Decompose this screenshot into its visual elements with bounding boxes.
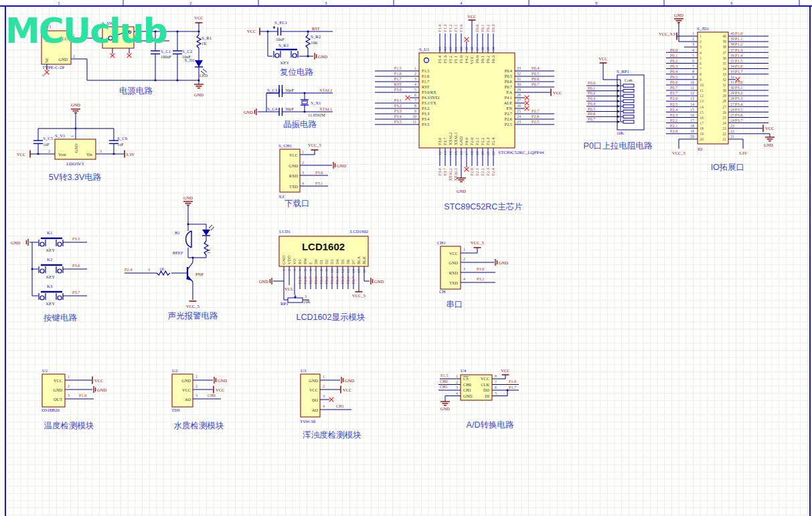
pin-name: GND [289, 163, 298, 168]
pin-name: RXD [289, 173, 299, 178]
pin-number: 39 [730, 37, 734, 41]
designator: S_JD1 [697, 26, 709, 31]
rp-resistor [623, 110, 634, 112]
designator: K2 [47, 257, 53, 262]
pin-number: 31 [517, 77, 521, 81]
junction [177, 31, 179, 33]
rp-resistor [623, 94, 634, 97]
net-label: P1.6 [394, 71, 402, 76]
pnp [187, 262, 193, 270]
pin-number: 36 [730, 54, 734, 58]
power-net-label: VCC [194, 15, 203, 20]
net-label: P2.6 [670, 96, 677, 100]
pin-number: 1 [323, 375, 325, 379]
pin-number: 25 [722, 116, 726, 120]
pin-name: GND [53, 388, 62, 392]
pin-number: 3 [68, 394, 70, 398]
rp1-pot-body[interactable] [288, 298, 303, 303]
net-label: P0.5 [340, 276, 345, 284]
pin-name: D1 [319, 260, 323, 264]
designator: RP1 [280, 301, 289, 306]
power-net-label: VCC [553, 90, 562, 95]
net-label: P1.4 [437, 24, 442, 32]
pin-number: 15 [700, 110, 704, 114]
pin-number: 6 [495, 385, 497, 390]
pin-number: 38 [722, 45, 726, 49]
value: 1K [159, 266, 165, 271]
block-title: 复位电路 [280, 68, 314, 77]
pin-number: 30 [722, 88, 726, 92]
power-net-label: VCC_5 [308, 143, 321, 147]
pin-name: E [309, 262, 313, 264]
value: BEEP [173, 250, 183, 255]
pin-name: GND [463, 394, 473, 398]
net-label: P2.7 [308, 276, 313, 284]
pin-number: 13 [700, 99, 704, 103]
power-net-label: 3.3V [739, 151, 748, 155]
net-label: P2.6 [303, 276, 307, 284]
pin-number: 30 [517, 82, 521, 86]
net-label: P3.2 [394, 103, 402, 108]
pin-name: Com [625, 78, 633, 82]
pin-number: 33 [517, 66, 521, 70]
schematic-canvas[interactable]: 123456S_T1TYPE-C-2PNCNCVCCGND00122S_SW13… [0, 0, 812, 516]
pin-number: 24 [722, 121, 726, 125]
pin-number: 2 [692, 37, 694, 41]
net-label: P3.5 [72, 236, 80, 241]
net-label: P1.7 [394, 76, 402, 81]
net-label: P2.5 [297, 276, 302, 284]
part-name: XZ [278, 194, 285, 199]
power-net-label: VCC [343, 388, 351, 392]
pin-name: D4 [335, 260, 339, 264]
part-name: LDO3V3 [66, 161, 84, 166]
pin-number: 2 [68, 384, 70, 388]
pin-number: 4 [323, 404, 325, 408]
pin-name: D2 [325, 260, 329, 264]
buzzer [186, 231, 191, 248]
pin-name: NC [44, 57, 49, 63]
pin-name: AO [185, 397, 191, 402]
junction [198, 31, 200, 33]
net-label: XTAL2 [448, 168, 453, 181]
pin-name: GND [309, 378, 318, 383]
block-title: A/D转换电路 [467, 420, 514, 430]
designator: S_C2 [182, 49, 193, 54]
pin-number: 4 [700, 51, 702, 55]
pin-number: 34 [730, 64, 734, 68]
net-label: P0.1 [588, 86, 595, 90]
net-label: P3.6 [437, 168, 442, 175]
designator: S_EC1 [274, 20, 287, 25]
net-label: P0.6 [588, 111, 595, 116]
designator: S_R2 [311, 34, 321, 39]
net-label: P3.0 [735, 80, 742, 84]
key-contact [58, 242, 62, 246]
pin-number: 9 [700, 78, 702, 82]
junction [113, 153, 115, 155]
pin-number: 3 [195, 394, 197, 398]
pin-number: 10 [700, 83, 704, 87]
power-net-label: VCC_5 [186, 304, 199, 309]
net-label: P3.5 [394, 119, 402, 124]
led-arrow [211, 227, 214, 230]
value: 10uF [276, 37, 285, 41]
key-contact [58, 269, 62, 273]
value: 100uF [161, 54, 172, 59]
power-net-label: GND [97, 388, 106, 392]
pin-number: 26 [730, 108, 734, 112]
pin-number: 2 [456, 380, 458, 384]
pin-number: 22 [730, 129, 734, 133]
net-label: P0.4 [670, 69, 678, 74]
net-label: P3.6 [735, 112, 742, 117]
pin-name: P2.3 [485, 138, 490, 145]
pin-name: EA [507, 90, 513, 94]
pin-name: P4.0 [464, 138, 469, 145]
net-label: P3.3 [394, 108, 402, 113]
pin-number: 13 [690, 96, 694, 100]
designator: S_X1 [311, 100, 321, 105]
led-diode [202, 230, 210, 236]
pin-number: 6 [692, 59, 694, 63]
power-net-label: GND [374, 279, 384, 284]
pin-name: P0.2 [485, 56, 490, 63]
net-label: P1.4 [735, 53, 743, 58]
net-label: P0.4 [532, 66, 540, 70]
